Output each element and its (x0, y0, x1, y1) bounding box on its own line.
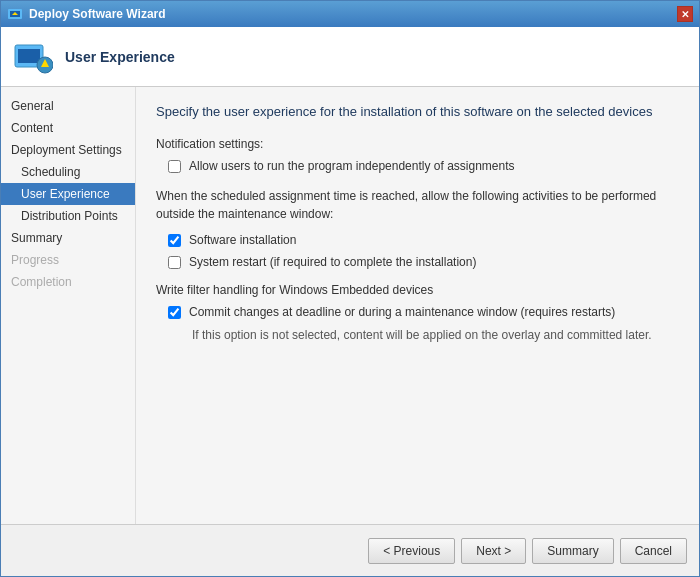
main-content: Specify the user experience for the inst… (136, 87, 699, 524)
window-title: Deploy Software Wizard (29, 7, 677, 21)
wizard-header: User Experience (1, 27, 699, 87)
write-filter-label: Write filter handling for Windows Embedd… (156, 283, 679, 297)
commit-changes-checkbox[interactable] (168, 306, 181, 319)
sidebar-item-progress: Progress (1, 249, 135, 271)
allow-users-label: Allow users to run the program independe… (189, 159, 515, 173)
content-area: General Content Deployment Settings Sche… (1, 87, 699, 524)
allow-users-checkbox[interactable] (168, 160, 181, 173)
software-install-row: Software installation (156, 233, 679, 247)
header-title: User Experience (65, 49, 175, 65)
allow-users-row: Allow users to run the program independe… (156, 159, 679, 173)
commit-changes-row: Commit changes at deadline or during a m… (156, 305, 679, 319)
sidebar-item-summary[interactable]: Summary (1, 227, 135, 249)
title-bar: Deploy Software Wizard ✕ (1, 1, 699, 27)
note-text: If this option is not selected, content … (156, 327, 679, 344)
summary-button[interactable]: Summary (532, 538, 613, 564)
system-restart-checkbox[interactable] (168, 256, 181, 269)
system-restart-row: System restart (if required to complete … (156, 255, 679, 269)
cancel-button[interactable]: Cancel (620, 538, 687, 564)
header-icon (13, 37, 53, 77)
software-install-label: Software installation (189, 233, 296, 247)
system-restart-label: System restart (if required to complete … (189, 255, 476, 269)
notification-settings-label: Notification settings: (156, 137, 679, 151)
next-button[interactable]: Next > (461, 538, 526, 564)
sidebar-item-deployment-settings[interactable]: Deployment Settings (1, 139, 135, 161)
info-text: When the scheduled assignment time is re… (156, 187, 679, 223)
sidebar-item-content[interactable]: Content (1, 117, 135, 139)
footer: < Previous Next > Summary Cancel (1, 524, 699, 576)
sidebar-item-scheduling[interactable]: Scheduling (1, 161, 135, 183)
wizard-icon (7, 6, 23, 22)
sidebar-item-user-experience[interactable]: User Experience (1, 183, 135, 205)
sidebar-item-distribution-points[interactable]: Distribution Points (1, 205, 135, 227)
sidebar: General Content Deployment Settings Sche… (1, 87, 136, 524)
sidebar-item-completion: Completion (1, 271, 135, 293)
main-title: Specify the user experience for the inst… (156, 103, 679, 121)
software-install-checkbox[interactable] (168, 234, 181, 247)
previous-button[interactable]: < Previous (368, 538, 455, 564)
deploy-software-wizard: Deploy Software Wizard ✕ User Experience… (0, 0, 700, 577)
close-button[interactable]: ✕ (677, 6, 693, 22)
sidebar-item-general[interactable]: General (1, 95, 135, 117)
commit-changes-label: Commit changes at deadline or during a m… (189, 305, 615, 319)
svg-rect-4 (18, 49, 40, 63)
